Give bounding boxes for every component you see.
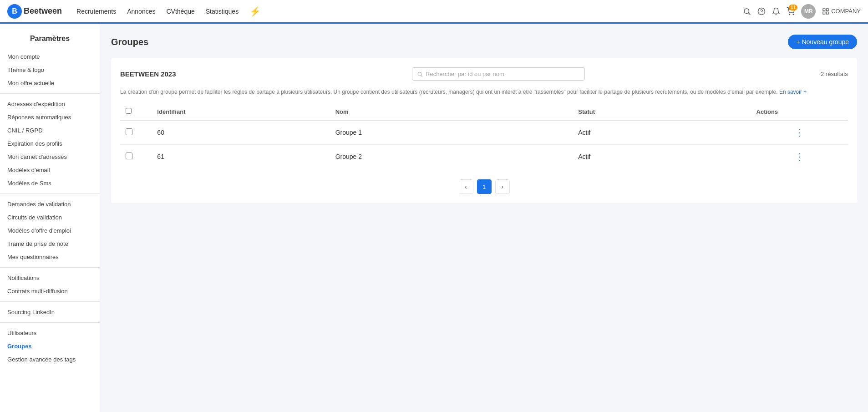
avatar-button[interactable]: MR: [801, 4, 816, 19]
results-count: 2 résultats: [821, 71, 848, 77]
page-wrap: Paramètres Mon compte Thème & logo Mon o…: [0, 24, 868, 412]
divider-3: [0, 267, 100, 268]
th-statut: Statut: [573, 103, 751, 120]
row2-actions-cell: ⋮: [751, 145, 848, 169]
sidebar-item-adresses[interactable]: Adresses d'expédition: [0, 97, 100, 111]
pagination-page-1[interactable]: 1: [477, 179, 492, 194]
sidebar-item-contrats[interactable]: Contrats multi-diffusion: [0, 285, 100, 298]
logo-text: Beetween: [24, 6, 62, 16]
row1-checkbox[interactable]: [126, 128, 132, 135]
svg-rect-7: [827, 9, 829, 11]
divider-1: [0, 93, 100, 94]
select-all-checkbox[interactable]: [126, 108, 132, 114]
svg-rect-8: [827, 12, 829, 14]
nav-annonces[interactable]: Annonces: [127, 6, 155, 17]
sidebar-item-mon-compte[interactable]: Mon compte: [0, 50, 100, 63]
table-body: 60 Groupe 1 Actif ⋮ 61 Groupe 2 Actif: [120, 120, 848, 168]
row1-actions-cell: ⋮: [751, 120, 848, 145]
sidebar-item-questionnaires[interactable]: Mes questionnaires: [0, 250, 100, 264]
content-card: BEETWEEN 2023 2 résultats La création d'…: [111, 58, 857, 203]
row2-status: Actif: [573, 145, 751, 169]
search-input-icon: [417, 71, 423, 77]
flash-icon[interactable]: ⚡: [249, 6, 261, 17]
table-row: 60 Groupe 1 Actif ⋮: [120, 120, 848, 145]
row1-action-menu-btn[interactable]: ⋮: [795, 127, 804, 138]
sidebar-item-cnil[interactable]: CNIL / RGPD: [0, 124, 100, 137]
sidebar-item-modeles-sms[interactable]: Modèles de Sms: [0, 177, 100, 190]
topnav-links: Recrutements Annonces CVthèque Statistiq…: [76, 6, 743, 17]
row2-name: Groupe 2: [330, 145, 573, 169]
page-title: Groupes: [111, 37, 148, 47]
section-header: BEETWEEN 2023 2 résultats: [120, 67, 848, 81]
row2-id: 61: [152, 145, 330, 169]
th-checkbox: [120, 103, 152, 120]
svg-point-4: [789, 14, 790, 15]
svg-point-0: [744, 9, 749, 14]
row2-action-menu-btn[interactable]: ⋮: [795, 151, 804, 162]
search-icon[interactable]: [743, 7, 751, 15]
sidebar-item-tags[interactable]: Gestion avancée des tags: [0, 353, 100, 366]
next-arrow-icon: ›: [501, 183, 503, 190]
row2-check-cell: [120, 145, 152, 169]
pagination: ‹ 1 ›: [120, 179, 848, 194]
nav-statistiques[interactable]: Statistiques: [206, 6, 239, 17]
sidebar: Paramètres Mon compte Thème & logo Mon o…: [0, 24, 100, 412]
sidebar-item-utilisateurs[interactable]: Utilisateurs: [0, 326, 100, 340]
sidebar-item-modeles-offre[interactable]: Modèles d'offre d'emploi: [0, 224, 100, 237]
sidebar-item-mon-offre[interactable]: Mon offre actuelle: [0, 76, 100, 90]
row1-check-cell: [120, 120, 152, 145]
nav-recrutements[interactable]: Recrutements: [76, 6, 116, 17]
groups-table: Identifiant Nom Statut Actions 60 Groupe…: [120, 103, 848, 168]
sidebar-item-carnet[interactable]: Mon carnet d'adresses: [0, 150, 100, 163]
search-wrap[interactable]: [412, 67, 585, 81]
sidebar-item-linkedin[interactable]: Sourcing LinkedIn: [0, 305, 100, 319]
help-icon[interactable]: [757, 7, 766, 15]
search-input[interactable]: [426, 71, 580, 77]
bell-icon[interactable]: [772, 7, 780, 15]
prev-arrow-icon: ‹: [465, 183, 467, 190]
main-content: Groupes + Nouveau groupe BEETWEEN 2023 2…: [100, 24, 868, 412]
logo[interactable]: B Beetween: [7, 4, 62, 19]
sidebar-item-circuits[interactable]: Circuits de validation: [0, 211, 100, 224]
th-actions: Actions: [751, 103, 848, 120]
nav-cvtheque[interactable]: CVthèque: [166, 6, 194, 17]
svg-rect-9: [823, 12, 825, 14]
divider-4: [0, 301, 100, 302]
company-button[interactable]: COMPANY: [822, 8, 861, 15]
sidebar-item-demandes[interactable]: Demandes de validation: [0, 198, 100, 211]
svg-point-5: [793, 14, 794, 15]
pagination-prev[interactable]: ‹: [459, 179, 473, 194]
new-group-button[interactable]: + Nouveau groupe: [788, 35, 857, 49]
logo-icon: B: [7, 4, 22, 19]
section-title: BEETWEEN 2023: [120, 70, 176, 78]
sidebar-item-expiration[interactable]: Expiration des profils: [0, 137, 100, 150]
topnav: B Beetween Recrutements Annonces CVthèqu…: [0, 0, 868, 24]
divider-2: [0, 193, 100, 194]
sidebar-title: Paramètres: [0, 31, 100, 50]
divider-5: [0, 322, 100, 323]
table-row: 61 Groupe 2 Actif ⋮: [120, 145, 848, 169]
sidebar-item-reponses[interactable]: Réponses automatiques: [0, 111, 100, 124]
th-identifiant: Identifiant: [152, 103, 330, 120]
row1-name: Groupe 1: [330, 120, 573, 145]
sidebar-item-notifications[interactable]: Notifications: [0, 271, 100, 285]
cart-notif-wrap[interactable]: 11: [787, 7, 795, 15]
svg-line-11: [421, 75, 422, 76]
th-nom: Nom: [330, 103, 573, 120]
svg-rect-6: [823, 9, 825, 11]
description-text: La création d'un groupe permet de facili…: [120, 88, 848, 96]
sidebar-item-theme-logo[interactable]: Thème & logo: [0, 63, 100, 76]
table-header: Identifiant Nom Statut Actions: [120, 103, 848, 120]
sidebar-item-modeles-email[interactable]: Modèles d'email: [0, 163, 100, 177]
topnav-actions: 11 MR COMPANY: [743, 4, 861, 19]
page-header: Groupes + Nouveau groupe: [111, 35, 857, 49]
sidebar-item-trame[interactable]: Trame de prise de note: [0, 237, 100, 250]
pagination-next[interactable]: ›: [495, 179, 510, 194]
company-label: COMPANY: [831, 8, 861, 15]
svg-point-10: [418, 72, 421, 76]
learn-more-link[interactable]: En savoir +: [779, 89, 807, 95]
cart-badge: 11: [789, 5, 797, 10]
row2-checkbox[interactable]: [126, 153, 132, 159]
sidebar-item-groupes[interactable]: Groupes: [0, 340, 100, 353]
row1-status: Actif: [573, 120, 751, 145]
